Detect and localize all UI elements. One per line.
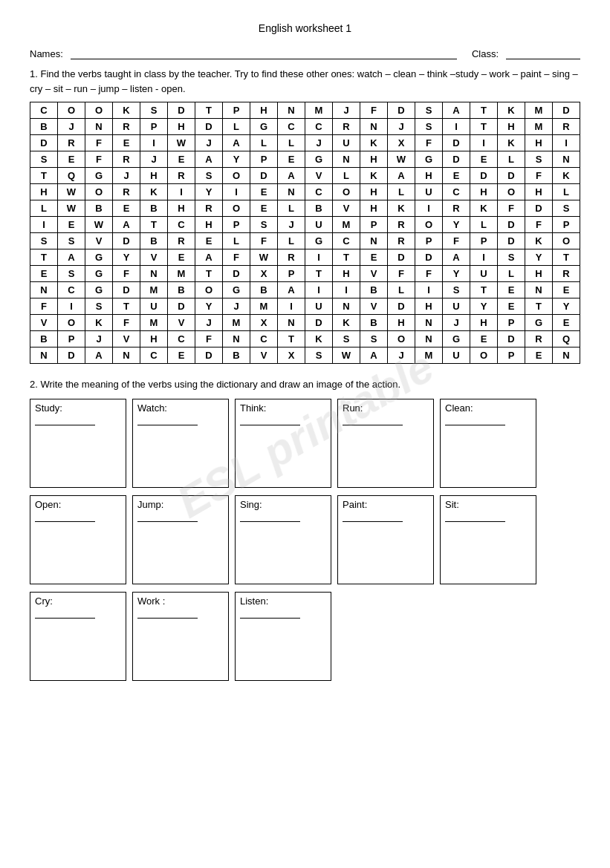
grid-cell: D xyxy=(195,347,223,364)
verb-answer-line xyxy=(343,415,403,425)
grid-cell: N xyxy=(360,233,388,249)
grid-cell: R xyxy=(113,184,140,200)
verb-answer-line xyxy=(137,512,198,522)
grid-cell: K xyxy=(85,315,113,331)
verb-box: Open: xyxy=(30,495,126,584)
grid-cell: B xyxy=(85,200,113,217)
grid-cell: I xyxy=(470,135,498,151)
grid-cell: L xyxy=(278,233,305,249)
grid-cell: L xyxy=(553,184,580,200)
grid-cell: X xyxy=(250,266,278,282)
grid-cell: M xyxy=(168,266,195,282)
grid-cell: C xyxy=(168,331,195,347)
grid-cell: K xyxy=(333,315,360,331)
verb-label: Think: xyxy=(240,402,326,414)
grid-cell: H xyxy=(30,184,58,200)
header-line: Names: Class: xyxy=(30,48,580,59)
verb-box: Work : xyxy=(132,592,229,681)
grid-cell: P xyxy=(360,217,388,233)
grid-cell: N xyxy=(30,282,58,298)
verb-answer-line xyxy=(240,512,300,522)
grid-cell: T xyxy=(553,249,580,266)
grid-cell: O xyxy=(470,347,498,364)
grid-cell: M xyxy=(140,315,168,331)
verb-box: Think: xyxy=(235,399,331,488)
grid-cell: G xyxy=(85,266,113,282)
grid-cell: W xyxy=(58,200,85,217)
grid-cell: D xyxy=(250,168,278,184)
grid-cell: F xyxy=(195,331,223,347)
grid-cell: K xyxy=(470,200,498,217)
grid-cell: J xyxy=(388,347,415,364)
grid-cell: Y xyxy=(443,217,470,233)
grid-cell: H xyxy=(360,151,388,168)
grid-cell: L xyxy=(278,200,305,217)
grid-cell: A xyxy=(360,347,388,364)
grid-cell: L xyxy=(333,168,360,184)
grid-cell: H xyxy=(195,217,223,233)
grid-cell: N xyxy=(113,347,140,364)
grid-cell: R xyxy=(333,119,360,135)
grid-cell: B xyxy=(168,282,195,298)
grid-cell: A xyxy=(195,249,223,266)
grid-cell: O xyxy=(58,102,85,119)
grid-cell: N xyxy=(553,347,580,364)
grid-cell: C xyxy=(278,119,305,135)
grid-cell: G xyxy=(415,151,443,168)
grid-cell: C xyxy=(168,217,195,233)
grid-cell: B xyxy=(30,331,58,347)
grid-cell: P xyxy=(498,315,525,331)
grid-cell: N xyxy=(360,119,388,135)
grid-cell: F xyxy=(415,266,443,282)
grid-cell: A xyxy=(195,151,223,168)
verb-label: Sing: xyxy=(240,499,326,510)
grid-cell: F xyxy=(525,168,553,184)
grid-cell: C xyxy=(140,347,168,364)
grid-cell: O xyxy=(85,184,113,200)
verb-draw-area xyxy=(240,525,326,581)
verb-label: Sit: xyxy=(445,499,531,510)
grid-cell: O xyxy=(58,315,85,331)
grid-cell: O xyxy=(333,184,360,200)
grid-cell: L xyxy=(223,119,250,135)
grid-cell: Y xyxy=(195,298,223,315)
grid-cell: E xyxy=(553,282,580,298)
grid-cell: D xyxy=(113,233,140,249)
grid-cell: V xyxy=(168,315,195,331)
grid-cell: V xyxy=(140,249,168,266)
grid-cell: A xyxy=(223,135,250,151)
grid-cell: D xyxy=(195,119,223,135)
grid-cell: X xyxy=(250,315,278,331)
grid-cell: R xyxy=(168,233,195,249)
grid-cell: S xyxy=(553,200,580,217)
grid-cell: R xyxy=(168,168,195,184)
grid-cell: F xyxy=(30,298,58,315)
grid-cell: T xyxy=(470,282,498,298)
grid-cell: U xyxy=(305,217,333,233)
verb-label: Work : xyxy=(137,595,224,607)
grid-cell: R xyxy=(525,331,553,347)
grid-cell: H xyxy=(470,315,498,331)
grid-cell: A xyxy=(85,347,113,364)
grid-cell: R xyxy=(58,135,85,151)
grid-cell: T xyxy=(113,298,140,315)
verb-answer-line xyxy=(35,415,95,425)
grid-cell: L xyxy=(498,151,525,168)
names-underline xyxy=(71,48,457,59)
grid-cell: H xyxy=(525,135,553,151)
grid-cell: D xyxy=(415,249,443,266)
verb-row-2: Open:Jump:Sing:Paint:Sit: xyxy=(30,495,580,584)
verb-draw-area xyxy=(137,525,224,581)
grid-cell: I xyxy=(168,184,195,200)
grid-cell: S xyxy=(525,151,553,168)
verb-draw-area xyxy=(35,428,121,484)
grid-cell: C xyxy=(443,184,470,200)
grid-cell: B xyxy=(250,282,278,298)
grid-cell: F xyxy=(388,266,415,282)
grid-cell: R xyxy=(443,200,470,217)
grid-cell: I xyxy=(30,217,58,233)
grid-cell: S xyxy=(305,347,333,364)
grid-cell: K xyxy=(498,102,525,119)
verb-label: Watch: xyxy=(137,402,224,414)
grid-cell: V xyxy=(30,315,58,331)
